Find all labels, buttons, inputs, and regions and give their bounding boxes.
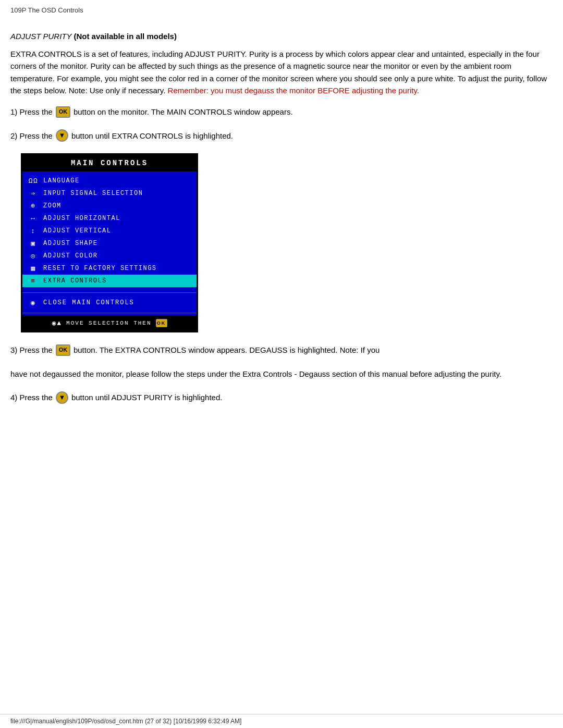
step4: 4) Press the ▼ button until ADJUST PURIT… [10, 391, 553, 404]
step1: 1) Press the OK button on the monitor. T… [10, 106, 553, 118]
osd-item-shape: ▣ ADJUST SHAPE [22, 237, 197, 250]
osd-bottom-ok: OK [156, 319, 167, 327]
osd-factory-icon: ▦ [28, 264, 39, 273]
step1-suffix: button on the monitor. The MAIN CONTROLS… [74, 106, 293, 118]
step2-suffix: button until EXTRA CONTROLS is highlight… [71, 130, 233, 142]
osd-item-color: ◎ ADJUST COLOR [22, 250, 197, 262]
osd-close-icon: ◉ [28, 298, 39, 307]
down-button-icon-step2: ▼ [56, 129, 68, 142]
step3: 3) Press the OK button. The EXTRA CONTRO… [10, 344, 553, 356]
osd-item-input-signal: ⇒ INPUT SIGNAL SELECTION [22, 187, 197, 200]
osd-title: MAIN CONTROLS [22, 155, 197, 171]
step3-suffix: button. The EXTRA CONTROLS window appear… [74, 344, 380, 356]
footer: file:///G|/manual/english/109P/osd/osd_c… [0, 714, 563, 728]
down-button-icon-step4: ▼ [56, 391, 68, 404]
section-title: ADJUST PURITY (Not available in all mode… [10, 32, 553, 41]
osd-shape-icon: ▣ [28, 239, 39, 248]
ok-button-icon-step1: OK [56, 106, 70, 118]
osd-item-zoom-label: ZOOM [43, 202, 62, 209]
step2: 2) Press the ▼ button until EXTRA CONTRO… [10, 129, 553, 142]
osd-item-factory: ▦ RESET TO FACTORY SETTINGS [22, 262, 197, 275]
osd-horizontal-icon: ↔ [28, 214, 39, 223]
osd-item-vertical-label: ADJUST VERTICAL [43, 227, 112, 235]
step3-prefix: 3) Press the [10, 344, 53, 356]
osd-items-list: ΩΩ LANGUAGE ⇒ INPUT SIGNAL SELECTION ⊕ Z… [22, 171, 197, 290]
step3-continuation: have not degaussed the monitor, please f… [10, 368, 553, 380]
osd-item-zoom: ⊕ ZOOM [22, 200, 197, 212]
osd-item-color-label: ADJUST COLOR [43, 252, 97, 260]
osd-vertical-icon: ↕ [28, 226, 39, 236]
header-title: 109P The OSD Controls [10, 4, 553, 16]
section-title-bold: (Not available in all models) [74, 32, 177, 41]
osd-menu: MAIN CONTROLS ΩΩ LANGUAGE ⇒ INPUT SIGNAL… [21, 153, 198, 332]
osd-item-vertical: ↕ ADJUST VERTICAL [22, 225, 197, 237]
osd-zoom-icon: ⊕ [28, 201, 39, 211]
step1-prefix: 1) Press the [10, 106, 53, 118]
osd-item-shape-label: ADJUST SHAPE [43, 240, 97, 247]
osd-language-icon: ΩΩ [28, 176, 39, 186]
step2-prefix: 2) Press the [10, 130, 53, 142]
step4-suffix: button until ADJUST PURITY is highlighte… [71, 391, 223, 403]
osd-close-label: CLOSE MAIN CONTROLS [43, 299, 134, 306]
osd-item-extra-label: EXTRA CONTROLS [43, 277, 107, 285]
section-title-italic: ADJUST PURITY [10, 32, 74, 41]
step4-prefix: 4) Press the [10, 391, 53, 403]
footer-text: file:///G|/manual/english/109P/osd/osd_c… [10, 718, 241, 725]
osd-input-icon: ⇒ [28, 189, 39, 198]
osd-item-language-label: LANGUAGE [43, 177, 80, 184]
osd-item-extra-controls: ≡ EXTRA CONTROLS [22, 275, 197, 287]
osd-item-factory-label: RESET TO FACTORY SETTINGS [43, 265, 157, 272]
osd-item-horizontal: ↔ ADJUST HORIZONTAL [22, 212, 197, 225]
osd-bottom-label: MOVE SELECTION THEN [66, 320, 151, 326]
osd-item-language: ΩΩ LANGUAGE [22, 175, 197, 187]
osd-item-horizontal-label: ADJUST HORIZONTAL [43, 215, 120, 222]
osd-extra-icon: ≡ [28, 276, 39, 286]
red-warning-text: Remember: you must degauss the monitor B… [168, 86, 419, 95]
osd-bottom-bar: ◉▲ MOVE SELECTION THEN OK [22, 315, 197, 331]
osd-color-icon: ◎ [28, 251, 39, 261]
osd-item-input-label: INPUT SIGNAL SELECTION [43, 190, 143, 197]
body-paragraph: EXTRA CONTROLS is a set of features, inc… [10, 48, 553, 96]
osd-bottom-icon1: ◉▲ [52, 319, 62, 327]
ok-button-icon-step3: OK [56, 344, 70, 356]
osd-close-row: ◉ CLOSE MAIN CONTROLS [22, 295, 197, 311]
